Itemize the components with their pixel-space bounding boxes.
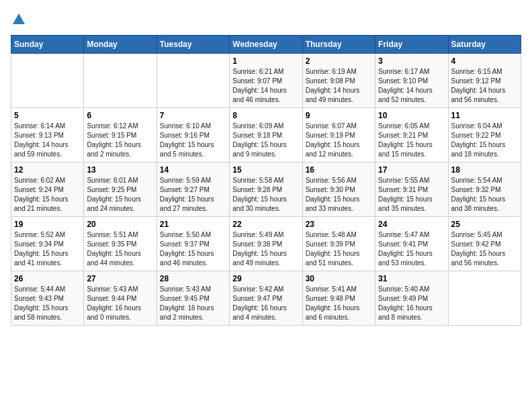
- cell-line: Daylight: 15 hours and 21 minutes.: [14, 195, 81, 214]
- cell-line: Daylight: 15 hours and 41 minutes.: [14, 249, 81, 268]
- cell-line: Sunrise: 5:42 AM: [232, 285, 299, 294]
- day-number: 30: [306, 274, 372, 283]
- cell-line: Sunset: 9:47 PM: [232, 294, 299, 304]
- day-cell: 8Sunrise: 6:09 AMSunset: 9:18 PMDaylight…: [230, 108, 302, 163]
- day-number: 20: [87, 220, 153, 229]
- cell-line: Sunrise: 5:58 AM: [232, 176, 299, 185]
- day-number: 2: [306, 56, 372, 66]
- day-number: 28: [160, 274, 226, 283]
- cell-line: Sunrise: 5:59 AM: [160, 176, 226, 185]
- cell-line: Daylight: 15 hours and 38 minutes.: [451, 195, 518, 214]
- cell-line: Sunset: 9:10 PM: [378, 77, 445, 86]
- day-number: 18: [451, 165, 518, 175]
- day-cell: 11Sunrise: 6:04 AMSunset: 9:22 PMDayligh…: [448, 108, 521, 163]
- cell-content: Sunrise: 5:43 AMSunset: 9:45 PMDaylight:…: [160, 285, 226, 322]
- cell-line: Sunset: 9:44 PM: [87, 294, 153, 304]
- cell-line: Daylight: 15 hours and 18 minutes.: [451, 140, 518, 159]
- week-row-3: 12Sunrise: 6:02 AMSunset: 9:24 PMDayligh…: [11, 163, 521, 217]
- cell-line: Sunrise: 6:15 AM: [451, 67, 518, 77]
- cell-line: Sunset: 9:37 PM: [160, 240, 226, 249]
- day-number: 16: [306, 165, 372, 175]
- cell-line: Daylight: 14 hours and 49 minutes.: [306, 86, 372, 105]
- col-header-monday: Monday: [84, 36, 157, 54]
- day-cell: 23Sunrise: 5:48 AMSunset: 9:39 PMDayligh…: [302, 217, 375, 271]
- day-number: 9: [306, 111, 372, 120]
- day-number: 29: [232, 274, 299, 283]
- col-header-sunday: Sunday: [11, 36, 84, 54]
- cell-line: Sunset: 9:39 PM: [306, 240, 372, 249]
- cell-line: Daylight: 15 hours and 2 minutes.: [87, 140, 153, 159]
- cell-line: Sunset: 9:19 PM: [306, 131, 372, 140]
- cell-line: Sunrise: 5:43 AM: [87, 285, 153, 294]
- cell-line: Daylight: 15 hours and 53 minutes.: [378, 249, 445, 268]
- day-cell: 27Sunrise: 5:43 AMSunset: 9:44 PMDayligh…: [84, 271, 157, 326]
- day-cell: 7Sunrise: 6:10 AMSunset: 9:16 PMDaylight…: [157, 108, 229, 163]
- day-number: 7: [160, 111, 226, 120]
- logo-text: [11, 11, 27, 27]
- col-header-friday: Friday: [375, 36, 448, 54]
- day-cell: 20Sunrise: 5:51 AMSunset: 9:35 PMDayligh…: [84, 217, 157, 271]
- day-number: 21: [160, 220, 226, 229]
- cell-line: Daylight: 15 hours and 49 minutes.: [232, 249, 299, 268]
- cell-content: Sunrise: 5:50 AMSunset: 9:37 PMDaylight:…: [160, 230, 226, 268]
- day-number: 27: [87, 274, 153, 283]
- cell-content: Sunrise: 5:47 AMSunset: 9:41 PMDaylight:…: [378, 230, 445, 268]
- cell-line: Daylight: 16 hours and 6 minutes.: [306, 304, 372, 322]
- cell-line: Daylight: 14 hours and 46 minutes.: [232, 86, 299, 105]
- cell-line: Sunrise: 5:56 AM: [306, 176, 372, 185]
- cell-line: Sunset: 9:32 PM: [451, 185, 518, 195]
- day-number: 26: [14, 274, 81, 283]
- cell-content: Sunrise: 6:04 AMSunset: 9:22 PMDaylight:…: [451, 122, 518, 159]
- cell-line: Sunrise: 5:55 AM: [378, 176, 445, 185]
- day-cell: 4Sunrise: 6:15 AMSunset: 9:12 PMDaylight…: [448, 54, 521, 108]
- col-header-wednesday: Wednesday: [230, 36, 302, 54]
- day-cell: 19Sunrise: 5:52 AMSunset: 9:34 PMDayligh…: [11, 217, 84, 271]
- cell-line: Sunrise: 5:51 AM: [87, 230, 153, 240]
- day-number: 23: [306, 220, 372, 229]
- day-cell: 17Sunrise: 5:55 AMSunset: 9:31 PMDayligh…: [375, 163, 448, 217]
- day-cell: 2Sunrise: 6:19 AMSunset: 9:08 PMDaylight…: [302, 54, 375, 108]
- cell-line: Daylight: 16 hours and 2 minutes.: [160, 304, 226, 322]
- day-number: 24: [378, 220, 445, 229]
- cell-line: Sunset: 9:22 PM: [451, 131, 518, 140]
- day-number: 31: [378, 274, 445, 283]
- cell-line: Sunrise: 5:41 AM: [306, 285, 372, 294]
- day-number: 13: [87, 165, 153, 175]
- day-number: 6: [87, 111, 153, 120]
- day-cell: 26Sunrise: 5:44 AMSunset: 9:43 PMDayligh…: [11, 271, 84, 326]
- cell-line: Daylight: 14 hours and 56 minutes.: [451, 86, 518, 105]
- week-row-4: 19Sunrise: 5:52 AMSunset: 9:34 PMDayligh…: [11, 217, 521, 271]
- cell-content: Sunrise: 5:43 AMSunset: 9:44 PMDaylight:…: [87, 285, 153, 322]
- cell-line: Sunrise: 6:19 AM: [306, 67, 372, 77]
- day-cell: 9Sunrise: 6:07 AMSunset: 9:19 PMDaylight…: [302, 108, 375, 163]
- cell-content: Sunrise: 5:56 AMSunset: 9:30 PMDaylight:…: [306, 176, 372, 214]
- day-cell: [11, 54, 84, 108]
- cell-content: Sunrise: 6:01 AMSunset: 9:25 PMDaylight:…: [87, 176, 153, 214]
- cell-line: Sunrise: 6:02 AM: [14, 176, 81, 185]
- cell-line: Sunset: 9:15 PM: [87, 131, 153, 140]
- cell-line: Sunset: 9:13 PM: [14, 131, 81, 140]
- calendar-table: SundayMondayTuesdayWednesdayThursdayFrid…: [11, 35, 521, 326]
- day-cell: 16Sunrise: 5:56 AMSunset: 9:30 PMDayligh…: [302, 163, 375, 217]
- cell-content: Sunrise: 6:15 AMSunset: 9:12 PMDaylight:…: [451, 67, 518, 105]
- cell-line: Daylight: 16 hours and 4 minutes.: [232, 304, 299, 322]
- day-number: 25: [451, 220, 518, 229]
- cell-line: Sunset: 9:43 PM: [14, 294, 81, 304]
- logo: [11, 11, 28, 27]
- cell-line: Daylight: 15 hours and 51 minutes.: [306, 249, 372, 268]
- cell-line: Sunrise: 6:17 AM: [378, 67, 445, 77]
- cell-line: Sunrise: 6:12 AM: [87, 122, 153, 131]
- day-cell: 6Sunrise: 6:12 AMSunset: 9:15 PMDaylight…: [84, 108, 157, 163]
- cell-content: Sunrise: 5:41 AMSunset: 9:48 PMDaylight:…: [306, 285, 372, 322]
- cell-content: Sunrise: 6:02 AMSunset: 9:24 PMDaylight:…: [14, 176, 81, 214]
- day-number: 22: [232, 220, 299, 229]
- day-number: 4: [451, 56, 518, 66]
- cell-line: Daylight: 15 hours and 27 minutes.: [160, 195, 226, 214]
- cell-line: Sunset: 9:48 PM: [306, 294, 372, 304]
- day-cell: 1Sunrise: 6:21 AMSunset: 9:07 PMDaylight…: [230, 54, 302, 108]
- cell-line: Daylight: 15 hours and 9 minutes.: [232, 140, 299, 159]
- day-number: 17: [378, 165, 445, 175]
- cell-content: Sunrise: 5:55 AMSunset: 9:31 PMDaylight:…: [378, 176, 445, 214]
- day-cell: [448, 271, 521, 326]
- cell-line: Sunrise: 5:49 AM: [232, 230, 299, 240]
